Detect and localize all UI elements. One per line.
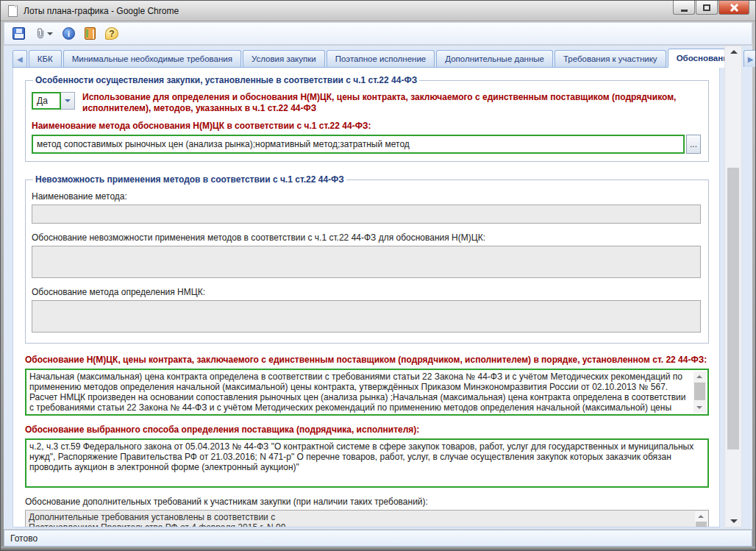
- client-area: ◀ КБК Минимальные необходимые требования…: [4, 46, 752, 529]
- status-bar: Готово: [4, 530, 752, 547]
- document-icon: [8, 5, 18, 17]
- window-controls: [672, 1, 749, 15]
- supplier-method-text: ч.2, ч.3 ст.59 Федерального закона от 05…: [29, 441, 705, 485]
- justification-nmck-label: Обоснование Н(М)ЦК, цены контракта, закл…: [25, 355, 709, 366]
- tab-scroll-left-button[interactable]: ◀: [13, 50, 27, 67]
- usage-select-dropdown-button[interactable]: [61, 92, 75, 110]
- save-icon: [13, 27, 25, 40]
- paperclip-icon: [35, 27, 46, 40]
- tab-label: Дополнительные данные: [445, 54, 544, 63]
- save-button[interactable]: [11, 26, 26, 41]
- usage-label: Использование для определения и обоснова…: [82, 92, 701, 114]
- window-border-right: [752, 21, 755, 550]
- scrollbar-thumb[interactable]: [694, 383, 705, 400]
- justification-nmck-scrollbar[interactable]: [693, 372, 706, 413]
- tab-label: Условия закупки: [252, 54, 316, 63]
- method-name-browse-button[interactable]: ...: [686, 135, 701, 154]
- justification-nmck-textbox[interactable]: Начальная (максимальная) цена контракта …: [25, 369, 709, 416]
- tab-participant-requirements[interactable]: Требования к участнику: [554, 50, 666, 67]
- scroll-up-icon[interactable]: [730, 50, 738, 54]
- usage-select-value: Да: [32, 92, 61, 110]
- tab-label: КБК: [38, 54, 53, 63]
- scroll-up-icon[interactable]: [698, 515, 704, 518]
- close-icon: [730, 4, 738, 12]
- additional-requirements-text: Дополнительные требования установлены в …: [29, 512, 692, 527]
- impossibility-textarea-disabled: [32, 246, 701, 278]
- info-icon: [63, 27, 75, 40]
- tab-label: Требования к участнику: [563, 54, 657, 63]
- status-text: Готово: [10, 533, 38, 544]
- scrollbar-thumb[interactable]: [696, 522, 707, 527]
- fieldset-methods-impossibility-legend: Невозможность применения методов в соотв…: [33, 174, 346, 185]
- info-button[interactable]: [61, 26, 76, 41]
- scroll-up-icon[interactable]: [696, 375, 702, 378]
- method-name-label: Наименование метода обоснования Н(М)ЦК в…: [32, 121, 701, 132]
- titlebar: Лоты плана-графика - Google Chrome: [1, 1, 755, 21]
- tab-staged-execution[interactable]: Поэтапное исполнение: [327, 50, 435, 67]
- impossibility-label: Обоснование невозможности применения мет…: [32, 232, 701, 243]
- method-label: Наименование метода:: [32, 191, 701, 202]
- fieldset-purchase-features-legend: Особенности осуществления закупки, устан…: [33, 75, 419, 85]
- window-title: Лоты плана-графика - Google Chrome: [24, 6, 179, 16]
- tab-purchase-conditions[interactable]: Условия закупки: [243, 50, 325, 67]
- scroll-down-icon[interactable]: [696, 406, 702, 409]
- app-window: Лоты плана-графика - Google Chrome ◀ КБК: [0, 0, 756, 551]
- fieldset-methods-impossibility: Невозможность применения методов в соотв…: [25, 174, 709, 344]
- additional-requirements-scrollbar[interactable]: [695, 511, 707, 527]
- toolbar: [4, 22, 752, 45]
- journal-button[interactable]: [83, 26, 97, 41]
- fieldset-purchase-features: Особенности осуществления закупки, устан…: [25, 75, 709, 162]
- tab-scroll-right-button[interactable]: ▶: [743, 50, 756, 67]
- window-border-bottom: [1, 547, 755, 550]
- maximize-button[interactable]: [696, 1, 718, 15]
- nmck-method-textarea-disabled: [32, 300, 701, 333]
- nmck-method-label: Обоснование метода определения НМЦК:: [32, 287, 701, 297]
- tab-strip: ◀ КБК Минимальные необходимые требования…: [13, 49, 720, 68]
- help-button[interactable]: [104, 26, 120, 41]
- minimize-button[interactable]: [673, 1, 695, 15]
- tab-minimal-requirements[interactable]: Минимальные необходимые требования: [63, 50, 241, 67]
- chevron-down-icon: [65, 99, 71, 105]
- supplier-method-textbox[interactable]: ч.2, ч.3 ст.59 Федерального закона от 05…: [25, 438, 709, 488]
- help-icon: [105, 27, 118, 40]
- tab-label: Минимальные необходимые требования: [72, 54, 232, 63]
- attachments-button[interactable]: [33, 26, 54, 41]
- minimize-icon: [681, 10, 688, 12]
- usage-select[interactable]: Да: [32, 92, 75, 110]
- method-name-input[interactable]: [32, 135, 685, 154]
- scroll-down-icon[interactable]: [730, 519, 738, 523]
- main-scrollbar-thumb[interactable]: [727, 168, 739, 449]
- tab-kbk[interactable]: КБК: [29, 50, 62, 67]
- additional-requirements-textbox-disabled: Дополнительные требования установлены в …: [25, 510, 709, 527]
- maximize-icon: [703, 4, 710, 11]
- close-button[interactable]: [718, 1, 749, 15]
- tab-additional-data[interactable]: Дополнительные данные: [436, 50, 553, 67]
- journal-icon: [85, 27, 96, 40]
- method-input-disabled: [32, 205, 701, 224]
- justification-nmck-text: Начальная (максимальная) цена контракта …: [29, 372, 691, 413]
- tab-label: Поэтапное исполнение: [335, 54, 427, 63]
- main-scrollbar[interactable]: [724, 46, 742, 527]
- additional-requirements-label: Обоснование дополнительных требований к …: [25, 497, 709, 507]
- attachments-dropdown-caret-icon[interactable]: [47, 32, 53, 38]
- tab-page-justification: Особенности осуществления закупки, устан…: [13, 68, 720, 527]
- supplier-method-label: Обоснование выбранного способа определен…: [25, 424, 709, 436]
